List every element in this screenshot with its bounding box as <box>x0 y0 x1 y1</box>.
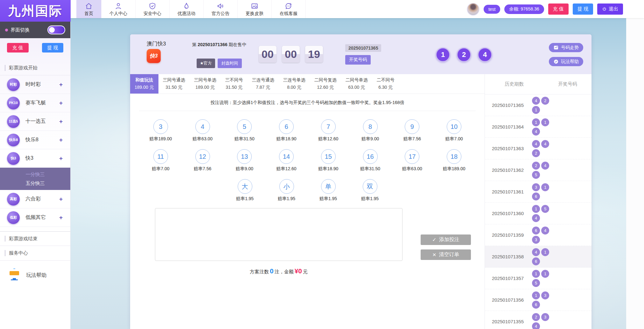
sidebar-game-item[interactable]: 快3 快3 + <box>0 149 70 168</box>
sidebar-game-item[interactable]: 时彩 时时彩 + <box>0 75 70 94</box>
sidebar-game-item[interactable]: PK10 赛车飞艇 + <box>0 94 70 112</box>
nav-item[interactable]: 更换皮肤 <box>238 0 272 18</box>
history-col-issue: 历史期数 <box>485 81 543 87</box>
bet-number-cell[interactable]: 13 赔率9.00 <box>224 149 266 172</box>
expand-plus-icon[interactable]: + <box>59 196 63 203</box>
bet-number-cell[interactable]: 9 赔率7.56 <box>391 119 433 142</box>
bet-number-cell[interactable]: 6 赔率18.90 <box>265 119 307 142</box>
expand-plus-icon[interactable]: + <box>59 155 63 162</box>
bet-special-cell[interactable]: 大 赔率1.95 <box>224 179 266 202</box>
tab-odds: 189.00 元 <box>195 85 215 90</box>
nav-item[interactable]: 安全中心 <box>136 0 170 18</box>
bet-number-cell[interactable]: 15 赔率18.90 <box>307 149 349 172</box>
play-type-tab[interactable]: 二同号单选 63.00 元 <box>341 74 372 94</box>
play-type-tab[interactable]: 三同号单选 189.00 元 <box>190 74 221 94</box>
bet-special-circle[interactable]: 单 <box>321 179 336 194</box>
draw-number-button[interactable]: 开奖号码 <box>345 55 371 65</box>
bet-number-circle[interactable]: 17 <box>405 149 419 164</box>
bet-number-circle[interactable]: 15 <box>321 149 336 164</box>
bet-number-circle[interactable]: 11 <box>153 149 168 164</box>
play-type-tab[interactable]: 三同号通选 31.50 元 <box>158 74 190 94</box>
play-type-tab[interactable]: 二同号复选 12.60 元 <box>310 74 341 94</box>
submenu-item[interactable]: 一分快三 <box>0 170 70 179</box>
play-type-tab[interactable]: 三连号单选 8.00 元 <box>279 74 310 94</box>
official-button[interactable]: ★官方 <box>197 59 215 68</box>
nav-item[interactable]: 优惠活动 <box>170 0 204 18</box>
bet-special-circle[interactable]: 双 <box>363 179 377 194</box>
bet-number-circle[interactable]: 18 <box>447 149 461 164</box>
odds-prefix: 赔率 <box>192 136 201 141</box>
bet-special-circle[interactable]: 小 <box>279 179 294 194</box>
tab-odds: 6.30 元 <box>378 85 393 90</box>
nav-item[interactable]: 官方公告 <box>204 0 238 18</box>
bet-special-cell[interactable]: 双 赔率1.95 <box>349 179 391 202</box>
sidebar-help-item[interactable]: 玩法帮助 <box>0 266 70 285</box>
bet-number-circle[interactable]: 8 <box>363 119 378 134</box>
bet-number-cell[interactable]: 17 赔率63.00 <box>391 149 433 172</box>
recharge-button[interactable]: 充 值 <box>548 4 569 15</box>
logout-button[interactable]: 退出 <box>597 4 623 15</box>
sidebar-game-item[interactable]: 低彩 低频其它 + <box>0 208 70 227</box>
bet-number-cell[interactable]: 10 赔率7.00 <box>433 119 475 142</box>
add-bet-button[interactable]: ✓ 添加投注 <box>421 234 471 245</box>
history-row: 202501071358 4 1 6 <box>485 246 592 268</box>
bet-number-circle[interactable]: 5 <box>237 119 252 134</box>
bet-number-circle[interactable]: 12 <box>195 149 210 164</box>
play-type-tab[interactable]: 和值玩法 189.00 元 <box>130 74 158 94</box>
withdraw-button[interactable]: 提 现 <box>573 4 593 15</box>
nav-item[interactable]: 首页 <box>76 0 102 18</box>
bet-number-cell[interactable]: 12 赔率7.56 <box>182 149 224 172</box>
sidebar-recharge-button[interactable]: 充值 <box>7 43 29 52</box>
submenu-item[interactable]: 五分快三 <box>0 179 70 188</box>
history-balls: 1 1 4 <box>532 118 553 136</box>
play-type-tab[interactable]: 三连号通选 7.87 元 <box>248 74 279 94</box>
bet-number-cell[interactable]: 11 赔率7.00 <box>140 149 182 172</box>
bet-number-cell[interactable]: 16 赔率31.50 <box>349 149 391 172</box>
odds-value: 1.95 <box>328 196 337 201</box>
bet-special-circle[interactable]: 大 <box>238 179 252 194</box>
bet-number-circle[interactable]: 10 <box>447 119 461 134</box>
bet-number-circle[interactable]: 6 <box>279 119 294 134</box>
bet-number-cell[interactable]: 3 赔率189.00 <box>140 119 182 142</box>
sidebar-game-item[interactable]: 高彩 六合彩 + <box>0 190 70 208</box>
bet-number-circle[interactable]: 16 <box>363 149 378 164</box>
bet-number-cell[interactable]: 4 赔率63.00 <box>182 119 224 142</box>
countdown-digit-box: 19 <box>305 46 323 63</box>
bet-number-circle[interactable]: 4 <box>195 119 210 134</box>
bet-number-circle[interactable]: 7 <box>321 119 336 134</box>
play-type-tab[interactable]: 二不同号 6.30 元 <box>372 74 399 94</box>
game-label: 赛车飞艇 <box>25 100 59 106</box>
bet-number-circle[interactable]: 3 <box>153 119 168 134</box>
expand-plus-icon[interactable]: + <box>59 100 63 107</box>
bet-number-cell[interactable]: 14 赔率12.60 <box>265 149 307 172</box>
number-trend-button[interactable]: 号码走势 <box>549 43 583 52</box>
close-time-button[interactable]: 封盘时间 <box>218 59 242 68</box>
nav-item[interactable]: 个人中心 <box>102 0 136 18</box>
odds-value: 7.00 <box>454 136 463 141</box>
bet-number-cell[interactable]: 5 赔率31.50 <box>224 119 266 142</box>
expand-plus-icon[interactable]: + <box>59 214 63 221</box>
brand-logo[interactable]: 九州国际 <box>0 0 71 22</box>
user-avatar[interactable] <box>467 3 480 16</box>
ui-toggle-switch[interactable] <box>47 25 65 34</box>
clear-order-button[interactable]: ✕ 清空订单 <box>421 249 471 260</box>
bet-number-circle[interactable]: 14 <box>279 149 294 164</box>
bet-number-circle[interactable]: 9 <box>405 119 419 134</box>
sidebar-game-item[interactable]: 11选5 十一选五 + <box>0 112 70 131</box>
bet-special-cell[interactable]: 小 赔率1.95 <box>266 179 307 202</box>
bet-number-circle[interactable]: 13 <box>237 149 252 164</box>
bet-order-textarea[interactable] <box>155 208 402 261</box>
sidebar-withdraw-button[interactable]: 提现 <box>42 43 64 52</box>
nav-item[interactable]: 在线客服 <box>272 0 306 18</box>
bet-number-cell[interactable]: 18 赔率189.00 <box>433 149 475 172</box>
nav-icon <box>216 2 225 10</box>
bet-number-cell[interactable]: 8 赔率9.00 <box>349 119 391 142</box>
sidebar-game-item[interactable]: 快乐8 快乐8 + <box>0 131 70 149</box>
play-type-tab[interactable]: 三不同号 31.50 元 <box>221 74 248 94</box>
bet-number-cell[interactable]: 7 赔率12.60 <box>307 119 349 142</box>
expand-plus-icon[interactable]: + <box>59 81 63 88</box>
expand-plus-icon[interactable]: + <box>59 136 63 144</box>
bet-special-cell[interactable]: 单 赔率1.95 <box>307 179 349 202</box>
expand-plus-icon[interactable]: + <box>59 118 63 125</box>
play-help-button[interactable]: 玩法帮助 <box>549 57 583 66</box>
